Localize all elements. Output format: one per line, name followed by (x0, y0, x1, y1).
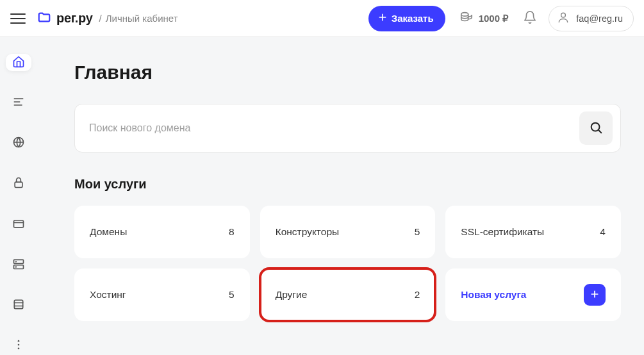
user-email: faq@reg.ru (576, 13, 623, 24)
new-service-label: Новая услуга (461, 289, 526, 301)
svg-point-0 (461, 13, 468, 17)
page-title: Главная (74, 62, 621, 83)
service-count: 8 (229, 226, 235, 238)
services-grid: Домены 8 Конструкторы 5 SSL-сертификаты … (74, 206, 621, 321)
sidebar-item-home[interactable] (6, 54, 31, 71)
svg-point-12 (18, 348, 20, 350)
sidebar-item-lock[interactable] (6, 176, 31, 193)
service-card-hosting[interactable]: Хостинг 5 (74, 268, 250, 321)
service-count: 2 (415, 289, 420, 301)
service-label: Другие (276, 289, 308, 301)
sidebar-item-more[interactable] (6, 338, 31, 355)
globe-icon (12, 136, 25, 151)
service-label: Домены (90, 226, 127, 238)
order-button-label: Заказать (392, 13, 434, 24)
content: Главная Мои услуги Домены 8 Конструкторы… (37, 37, 644, 355)
balance[interactable]: 1000 ₽ (459, 10, 509, 26)
service-count: 5 (229, 289, 235, 301)
svg-rect-9 (14, 300, 22, 308)
home-icon (12, 55, 25, 70)
coins-icon (459, 10, 474, 26)
search-button[interactable] (579, 111, 613, 145)
service-card-domains[interactable]: Домены 8 (74, 206, 250, 258)
menu-toggle[interactable] (10, 11, 26, 26)
server-icon (12, 258, 25, 273)
breadcrumb-separator: / (99, 13, 102, 24)
logo-text: рег.ру (56, 11, 93, 26)
topbar: рег.ру / Личный кабинет Заказать 1000 ₽ … (0, 0, 644, 37)
service-label: Конструкторы (276, 226, 340, 238)
logo[interactable]: рег.ру (37, 10, 93, 27)
service-card-new[interactable]: Новая услуга (445, 268, 621, 321)
svg-point-7 (15, 261, 16, 262)
user-menu[interactable]: faq@reg.ru (549, 6, 634, 31)
notifications[interactable] (523, 10, 537, 27)
service-card-ssl[interactable]: SSL-сертификаты 4 (445, 206, 621, 258)
card-icon (12, 217, 25, 233)
svg-point-13 (591, 122, 600, 131)
service-card-other[interactable]: Другие 2 (260, 268, 436, 321)
svg-point-11 (18, 344, 20, 346)
search-input[interactable] (89, 122, 579, 134)
service-card-constructors[interactable]: Конструкторы 5 (260, 206, 436, 258)
service-label: Хостинг (90, 289, 126, 301)
bell-icon (523, 15, 537, 26)
svg-point-8 (15, 267, 16, 267)
add-service-button[interactable] (584, 284, 606, 306)
svg-point-10 (18, 340, 20, 342)
plus-icon (590, 289, 600, 301)
service-count: 4 (600, 226, 606, 238)
sidebar-item-server[interactable] (6, 256, 31, 274)
svg-rect-4 (14, 220, 24, 227)
service-count: 5 (415, 226, 420, 238)
section-title: Мои услуги (74, 177, 621, 192)
sidebar-item-list[interactable] (6, 94, 31, 111)
svg-point-1 (561, 13, 566, 17)
breadcrumb: Личный кабинет (106, 13, 178, 24)
sidebar-item-storage[interactable] (6, 297, 31, 315)
more-icon (12, 338, 25, 354)
svg-rect-3 (15, 183, 22, 188)
service-label: SSL-сертификаты (461, 226, 544, 238)
search-icon (589, 120, 603, 136)
list-icon (12, 95, 25, 111)
order-button[interactable]: Заказать (368, 6, 445, 31)
user-icon (557, 11, 570, 26)
balance-amount: 1000 ₽ (479, 13, 509, 24)
sidebar-item-billing[interactable] (6, 216, 31, 233)
storage-icon (12, 298, 25, 313)
lock-icon (12, 176, 25, 192)
sidebar (0, 37, 37, 355)
folder-icon (37, 10, 51, 27)
plus-icon (377, 12, 388, 24)
sidebar-item-globe[interactable] (6, 135, 31, 153)
domain-search (74, 104, 621, 153)
